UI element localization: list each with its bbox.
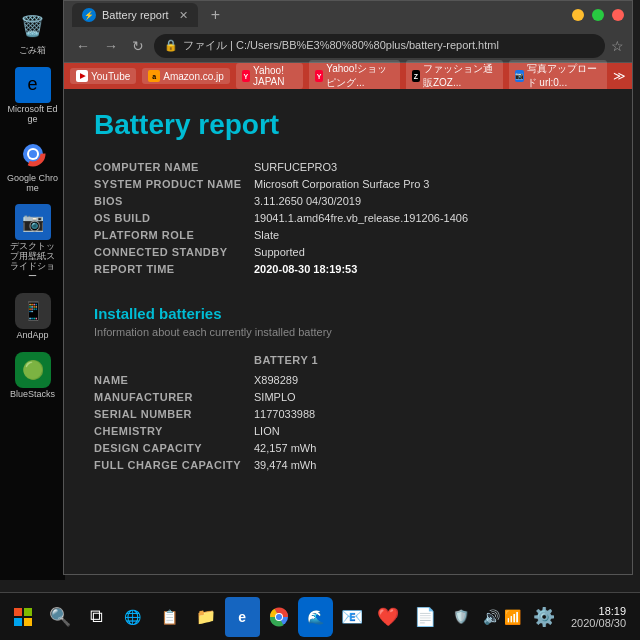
bookmarks-bar: ▶ YouTube a Amazon.co.jp Y Yahoo! JAPAN … [64,63,632,89]
taskbar-edge2-button[interactable]: 🌊 [298,597,333,637]
desktop-icon-chrome[interactable]: Google Chrome [4,133,62,197]
system-tray: 🔊 📶 [483,609,525,625]
andapp-icon: 📱 [15,293,51,329]
bookmark-photo-label: 写真アップロード url:0... [527,62,601,90]
bookmarks-more-button[interactable]: ≫ [613,69,626,83]
network-icon[interactable]: 🔊 [483,609,500,625]
yahoo-shopping-favicon: Y [315,70,323,82]
clock-time: 18:19 [599,605,627,617]
info-row-product-name: SYSTEM PRODUCT NAME Microsoft Corporatio… [94,178,602,190]
value-standby: Supported [254,246,305,258]
volume-icon[interactable]: 📶 [504,609,521,625]
desktop-icon-andapp[interactable]: 📱 AndApp [4,290,62,344]
forward-button[interactable]: → [100,36,122,56]
label-battery-name: NAME [94,374,254,386]
info-row-bios: BIOS 3.11.2650 04/30/2019 [94,195,602,207]
search-button[interactable]: 🔍 [43,597,78,637]
url-text: ファイル | C:/Users/BB%E3%80%80%80plus/batte… [183,38,499,53]
tab-label: Battery report [102,9,169,21]
value-full-charge: 39,474 mWh [254,459,316,471]
battery-row-manufacturer: MANUFACTURER SIMPLO [94,391,602,403]
svg-rect-4 [14,608,22,616]
task-view-button[interactable]: ⧉ [79,597,114,637]
amazon-favicon: a [148,70,160,82]
tab-close-button[interactable]: ✕ [179,9,188,22]
bookmark-yahoo[interactable]: Y Yahoo! JAPAN [236,63,303,89]
label-computer-name: COMPUTER NAME [94,161,254,173]
tab-favicon: ⚡ [82,8,96,22]
minimize-button[interactable] [572,9,584,21]
youtube-favicon: ▶ [76,70,88,82]
edge-icon: e [15,67,51,103]
widget1-button[interactable]: 🌐 [116,597,151,637]
bookmark-yahoo-shopping-label: Yahoo!ショッピング... [326,62,393,90]
bluestacks-icon: 🟢 [15,352,51,388]
browser-tab[interactable]: ⚡ Battery report ✕ [72,3,198,27]
start-button[interactable] [6,597,41,637]
url-box[interactable]: 🔒 ファイル | C:/Users/BB%E3%80%80%80plus/bat… [154,34,605,58]
andapp-label: AndApp [16,331,48,341]
bookmark-youtube[interactable]: ▶ YouTube [70,68,136,84]
page-title: Battery report [94,109,602,141]
desktop-sidebar: 🗑️ ごみ箱 e Microsoft Edge Google Chrome 📷 … [0,0,65,580]
desktop: 🗑️ ごみ箱 e Microsoft Edge Google Chrome 📷 … [0,0,640,640]
photo-favicon: 📷 [515,70,524,82]
battery-row-name: NAME X898289 [94,374,602,386]
desktop-icon-bluestacks[interactable]: 🟢 BlueStacks [4,349,62,403]
new-tab-button[interactable]: + [203,6,228,24]
desktop-icon-slideshow[interactable]: 📷 デスクトップ用壁紙スライドショー [4,201,62,285]
close-button[interactable] [612,9,624,21]
desktop-icon-edge[interactable]: e Microsoft Edge [4,64,62,128]
bookmark-yahoo-shopping[interactable]: Y Yahoo!ショッピング... [309,60,400,92]
battery-row-serial: SERIAL NUMBER 1177033988 [94,408,602,420]
slideshow-label: デスクトップ用壁紙スライドショー [7,242,59,282]
label-bios: BIOS [94,195,254,207]
battery-col-label: BATTERY 1 [254,354,318,366]
label-os-build: OS BUILD [94,212,254,224]
yahoo-favicon: Y [242,70,250,82]
page-content: Battery report COMPUTER NAME SURFUCEPRO3… [64,89,632,574]
info-row-computer-name: COMPUTER NAME SURFUCEPRO3 [94,161,602,173]
clock-date: 2020/08/30 [571,617,626,629]
svg-rect-5 [24,608,32,616]
value-chemistry: LION [254,425,280,437]
label-platform: PLATFORM ROLE [94,229,254,241]
taskbar-file-button[interactable]: 📄 [408,597,443,637]
trash-icon: 🗑️ [15,8,51,44]
slideshow-icon: 📷 [15,204,51,240]
widget2-button[interactable]: 📋 [152,597,187,637]
svg-rect-7 [24,618,32,626]
label-standby: CONNECTED STANDBY [94,246,254,258]
bookmark-button[interactable]: ☆ [611,38,624,54]
bookmark-photo[interactable]: 📷 写真アップロード url:0... [509,60,607,92]
taskbar-chrome-button[interactable] [262,597,297,637]
taskbar-settings-button[interactable]: ⚙️ [527,597,562,637]
window-controls [572,9,624,21]
back-button[interactable]: ← [72,36,94,56]
taskbar-mail-button[interactable]: 📧 [335,597,370,637]
info-row-platform: PLATFORM ROLE Slate [94,229,602,241]
taskbar-antivirus-button[interactable]: 🛡️ [444,597,479,637]
battery-row-chemistry: CHEMISTRY LION [94,425,602,437]
bookmark-zozotown-label: ファッション通販ZOZ... [423,62,497,90]
file-explorer-button[interactable]: 📁 [189,597,224,637]
bookmark-zozotown[interactable]: Z ファッション通販ZOZ... [406,60,503,92]
taskbar-edge-button[interactable]: e [225,597,260,637]
bookmark-amazon[interactable]: a Amazon.co.jp [142,68,230,84]
taskbar-clock[interactable]: 18:19 2020/08/30 [563,605,634,629]
chrome-icon [15,136,51,172]
title-bar: ⚡ Battery report ✕ + [64,1,632,29]
maximize-button[interactable] [592,9,604,21]
info-row-report-time: REPORT TIME 2020-08-30 18:19:53 [94,263,602,275]
batteries-section-subtitle: Information about each currently install… [94,326,602,338]
desktop-icon-trash[interactable]: 🗑️ ごみ箱 [4,5,62,59]
battery-column-header: BATTERY 1 [94,354,602,366]
reload-button[interactable]: ↻ [128,36,148,56]
taskbar-heart-button[interactable]: ❤️ [371,597,406,637]
value-product-name: Microsoft Corporation Surface Pro 3 [254,178,429,190]
system-info-table: COMPUTER NAME SURFUCEPRO3 SYSTEM PRODUCT… [94,161,602,275]
value-serial: 1177033988 [254,408,315,420]
battery-row-design-capacity: DESIGN CAPACITY 42,157 mWh [94,442,602,454]
info-row-os-build: OS BUILD 19041.1.amd64fre.vb_release.191… [94,212,602,224]
lock-icon: 🔒 [164,39,178,52]
